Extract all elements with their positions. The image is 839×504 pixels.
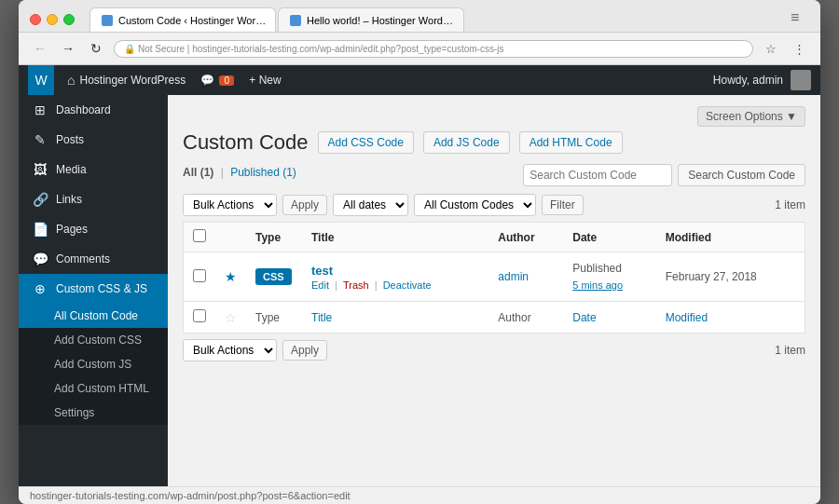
published-ago-link[interactable]: 5 mins ago (572, 279, 623, 291)
submenu-label-css: Add Custom CSS (54, 334, 142, 347)
page-title: Custom Code (183, 130, 309, 155)
sidebar-item-label-posts: Posts (56, 133, 84, 146)
row-checkbox[interactable] (193, 269, 206, 282)
select-all-checkbox[interactable] (193, 229, 206, 242)
bookmark-icon[interactable]: ☆ (761, 38, 781, 59)
sidebar-submenu: All Custom Code Add Custom CSS Add Custo… (19, 304, 168, 425)
traffic-lights (30, 14, 75, 25)
filter-button[interactable]: Filter (542, 195, 584, 215)
row-star-cell: ★ (215, 252, 246, 302)
sidebar-submenu-add-css[interactable]: Add Custom CSS (19, 328, 168, 352)
howdy-text: Howdy, admin (706, 74, 791, 87)
sidebar-item-custom-css-js[interactable]: ⊕ Custom CSS & JS (19, 274, 168, 304)
browser-toolbar: ← → ↻ 🔒 Not Secure | hostinger-tutorials… (19, 33, 820, 65)
close-traffic-light[interactable] (30, 14, 41, 25)
tab-close-icon[interactable]: ✕ (271, 14, 276, 26)
minimize-traffic-light[interactable] (47, 14, 58, 25)
pages-icon: 📄 (32, 222, 48, 237)
th-modified-link[interactable]: Modified (666, 231, 711, 244)
sidebar-item-links[interactable]: 🔗 Links (19, 184, 168, 214)
wp-sidebar: ⊞ Dashboard ✎ Posts 🖼 Media 🔗 Links 📄 (19, 95, 168, 486)
submenu-label-html: Add Custom HTML (54, 382, 149, 395)
sidebar-item-comments[interactable]: 💬 Comments (19, 244, 168, 274)
row-actions: Edit | Trash | Deactivate (311, 279, 479, 291)
filter-tab-published[interactable]: Published (1) (230, 166, 296, 179)
custom-css-icon: ⊕ (32, 281, 48, 296)
comments-icon: 💬 (32, 252, 48, 266)
sidebar-item-posts[interactable]: ✎ Posts (19, 125, 168, 155)
add-css-button[interactable]: Add CSS Code (318, 131, 414, 154)
reload-button[interactable]: ↻ (86, 38, 106, 59)
published-date: Published 5 mins ago (572, 260, 646, 293)
browser-window: Custom Code ‹ Hostinger Wor… ✕ Hello wor… (19, 0, 820, 504)
tab-hello-world[interactable]: Hello world! – Hostinger Word… ✕ (278, 7, 464, 32)
sidebar-item-pages[interactable]: 📄 Pages (19, 214, 168, 244)
tab-close-icon-2[interactable]: ✕ (459, 14, 464, 26)
tab-label: Custom Code ‹ Hostinger Wor… (118, 15, 266, 26)
th-title[interactable]: Title (302, 223, 488, 252)
th-title-link[interactable]: Title (311, 231, 334, 244)
sidebar-item-dashboard[interactable]: ⊞ Dashboard (19, 95, 168, 125)
bulk-actions-select-top[interactable]: Bulk Actions (183, 194, 277, 216)
posts-icon: ✎ (32, 132, 48, 147)
admin-avatar (791, 70, 811, 90)
author-link[interactable]: admin (498, 270, 529, 283)
dates-select[interactable]: All dates (333, 194, 408, 216)
screen-options-button[interactable]: Screen Options ▼ (697, 106, 805, 127)
adminbar-site[interactable]: ⌂ Hostinger WordPress (60, 65, 193, 95)
apply-button-bottom[interactable]: Apply (282, 340, 327, 361)
footer-type-label: Type (255, 311, 280, 324)
forward-button[interactable]: → (58, 38, 78, 59)
add-js-button[interactable]: Add JS Code (423, 131, 510, 154)
browser-tabs: Custom Code ‹ Hostinger Wor… ✕ Hello wor… (89, 7, 809, 32)
adminbar-comments[interactable]: 💬 0 (193, 65, 241, 95)
footer-date-label[interactable]: Date (572, 311, 596, 324)
sidebar-submenu-all-custom-code[interactable]: All Custom Code (19, 304, 168, 328)
th-date-link[interactable]: Date (572, 231, 597, 244)
th-date[interactable]: Date (563, 223, 655, 252)
menu-icon[interactable]: ⋮ (789, 38, 809, 59)
footer-checkbox[interactable] (193, 309, 206, 322)
address-bar[interactable]: 🔒 Not Secure | hostinger-tutorials-testi… (114, 40, 753, 58)
items-count-top: 1 item (775, 198, 805, 211)
edit-action[interactable]: Edit (311, 279, 329, 291)
maximize-traffic-light[interactable] (63, 14, 75, 25)
sidebar-submenu-add-html[interactable]: Add Custom HTML (19, 376, 168, 401)
footer-modified-label[interactable]: Modified (666, 311, 708, 324)
published-label: Published (572, 262, 622, 275)
filter-search-row: All (1) | Published (1) Search Custom Co… (183, 164, 805, 186)
wp-logo: W (28, 65, 54, 95)
back-button[interactable]: ← (30, 38, 50, 59)
adminbar-new[interactable]: + New (241, 65, 288, 95)
search-input[interactable] (523, 164, 672, 186)
filter-tab-all-label: All (1) (183, 166, 213, 179)
new-tab-icon[interactable]: ≡ (791, 9, 809, 32)
star-icon[interactable]: ★ (225, 269, 237, 284)
th-author-label: Author (498, 231, 534, 244)
tab-favicon (102, 15, 113, 26)
sidebar-submenu-add-js[interactable]: Add Custom JS (19, 352, 168, 376)
dashboard-icon: ⊞ (32, 102, 48, 117)
sidebar-submenu-settings[interactable]: Settings (19, 401, 168, 425)
types-select[interactable]: All Custom Codes (414, 194, 536, 216)
apply-button-top[interactable]: Apply (282, 195, 327, 215)
footer-title-label[interactable]: Title (311, 311, 332, 324)
modified-date: February 27, 2018 (666, 270, 757, 283)
trash-action[interactable]: Trash (343, 279, 369, 291)
filter-tab-published-label: Published (1) (230, 166, 296, 179)
adminbar-right: Howdy, admin (706, 70, 811, 90)
row-type-cell: CSS (246, 252, 302, 302)
th-modified[interactable]: Modified (656, 223, 805, 252)
footer-title-col: Title (302, 302, 488, 334)
search-button[interactable]: Search Custom Code (678, 164, 805, 186)
tab-custom-code[interactable]: Custom Code ‹ Hostinger Wor… ✕ (89, 7, 276, 32)
post-title-link[interactable]: test (311, 264, 333, 278)
lock-icon: 🔒 (124, 44, 135, 54)
wp-admin-bar: W ⌂ Hostinger WordPress 💬 0 + New Howdy,… (19, 65, 820, 95)
sidebar-item-media[interactable]: 🖼 Media (19, 155, 168, 184)
bulk-actions-select-bottom[interactable]: Bulk Actions (183, 339, 277, 361)
submenu-label-settings: Settings (54, 406, 94, 419)
deactivate-action[interactable]: Deactivate (383, 279, 432, 291)
filter-tab-all[interactable]: All (1) (183, 166, 217, 179)
add-html-button[interactable]: Add HTML Code (519, 131, 623, 154)
